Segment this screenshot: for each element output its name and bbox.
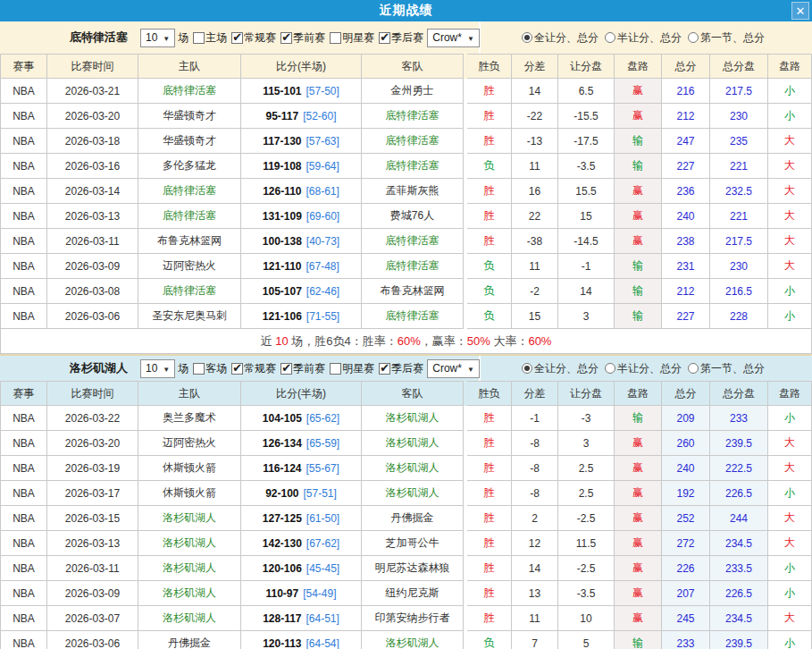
over-under-cell: 大 <box>768 606 812 631</box>
final-score: 95-117 <box>265 110 298 122</box>
games-count-select[interactable]: 10 <box>140 359 175 378</box>
table-row: NBA2026-03-13底特律活塞131-109[69-60]费城76人胜22… <box>0 204 812 229</box>
handicap-result-cell: 赢 <box>615 481 662 506</box>
filter-checkbox-label: 常规赛 <box>244 30 276 46</box>
score-cell: 104-105[65-62] <box>241 406 362 431</box>
column-header: 盘路 <box>768 54 812 79</box>
column-header: 胜负 <box>467 54 512 79</box>
halftime-score: [40-73] <box>306 235 339 248</box>
table-row: NBA2026-03-16多伦多猛龙119-108[59-64]底特律活塞负11… <box>0 154 812 179</box>
scope-radio[interactable] <box>522 32 532 43</box>
scope-radio-label: 半让分、总分 <box>617 30 682 46</box>
over-under-cell: 小 <box>768 304 812 329</box>
handicap-result-cell: 赢 <box>615 204 662 229</box>
filter-mode-select[interactable]: Crow* <box>427 29 480 47</box>
away-team-cell: 印第安纳步行者 <box>362 606 464 631</box>
filter-checkbox[interactable] <box>280 32 292 44</box>
scope-radio[interactable] <box>688 363 699 374</box>
column-header: 让分盘 <box>558 381 615 406</box>
team-name: 底特律活塞 <box>70 30 128 46</box>
handicap-line-cell: -2.5 <box>558 506 615 531</box>
filter-checkbox-label: 主场 <box>205 30 227 46</box>
date-cell: 2026-03-13 <box>47 531 138 556</box>
scope-radio[interactable] <box>688 32 699 43</box>
filter-checkbox[interactable] <box>231 32 243 44</box>
total-line-cell: 232.5 <box>710 179 768 204</box>
date-cell: 2026-03-07 <box>47 606 138 631</box>
scope-radio[interactable] <box>522 363 532 374</box>
league-cell: NBA <box>0 104 47 129</box>
table-row: NBA2026-03-09洛杉矶湖人110-97[54-49]纽约尼克斯胜13-… <box>0 581 812 606</box>
filter-checkbox[interactable] <box>330 32 341 44</box>
league-cell: NBA <box>0 456 47 481</box>
over-under-cell: 大 <box>768 254 812 279</box>
final-score: 92-100 <box>265 487 298 500</box>
total-points-cell: 226 <box>662 556 710 581</box>
filter-checkbox[interactable] <box>379 363 390 375</box>
handicap-result-cell: 赢 <box>615 556 662 581</box>
league-cell: NBA <box>0 154 47 179</box>
total-points-cell: 207 <box>662 581 710 606</box>
total-points-cell: 240 <box>662 456 710 481</box>
halftime-score: [67-48] <box>306 260 339 273</box>
scope-radio[interactable] <box>605 32 615 43</box>
scope-radio[interactable] <box>605 363 615 374</box>
filter-mode-select[interactable]: Crow* <box>427 359 480 378</box>
league-cell: NBA <box>0 204 47 229</box>
total-points-cell: 240 <box>662 204 710 229</box>
point-diff-cell: 13 <box>512 581 558 606</box>
close-button[interactable] <box>791 2 809 20</box>
games-count-select[interactable]: 10 <box>140 29 175 47</box>
point-diff-cell: 2 <box>512 506 558 531</box>
filter-checkbox-label: 季后赛 <box>391 361 423 376</box>
final-score: 104-105 <box>263 412 302 425</box>
home-team-cell: 休斯顿火箭 <box>138 481 241 506</box>
column-header: 比赛时间 <box>47 381 138 406</box>
final-score: 120-106 <box>263 562 302 575</box>
result-cell: 胜 <box>467 431 512 456</box>
filter-checkbox[interactable] <box>231 363 243 375</box>
total-line-cell: 244 <box>710 506 768 531</box>
column-header: 盘路 <box>615 381 662 406</box>
home-team-cell: 底特律活塞 <box>138 204 241 229</box>
total-points-cell: 209 <box>662 406 710 431</box>
filter-checkbox[interactable] <box>193 363 205 375</box>
league-cell: NBA <box>0 531 47 556</box>
filter-checkbox[interactable] <box>330 363 341 375</box>
scope-radio-group: 全让分、总分半让分、总分第一节、总分 <box>481 356 812 381</box>
league-cell: NBA <box>0 406 47 431</box>
away-team-cell: 底特律活塞 <box>362 154 464 179</box>
halftime-score: [67-62] <box>306 537 339 550</box>
halftime-score: [57-51] <box>304 487 337 500</box>
games-suffix-label: 场 <box>178 361 188 376</box>
over-under-cell: 大 <box>768 431 812 456</box>
halftime-score: [62-46] <box>306 285 339 298</box>
total-points-cell: 245 <box>662 606 710 631</box>
total-points-cell: 238 <box>662 229 710 254</box>
column-header: 总分盘 <box>710 54 768 79</box>
away-team-cell: 布鲁克林篮网 <box>362 279 464 304</box>
point-diff-cell: 7 <box>512 631 558 649</box>
handicap-line-cell: 2.5 <box>558 481 615 506</box>
dialog-title: 近期战绩 <box>380 3 433 19</box>
total-points-cell: 212 <box>662 104 710 129</box>
total-points-cell: 260 <box>662 431 710 456</box>
away-team-cell: 纽约尼克斯 <box>362 581 464 606</box>
point-diff-cell: -8 <box>512 456 558 481</box>
filter-checkbox-group: 主场常规赛季前赛明星赛季后赛 <box>188 30 423 46</box>
league-cell: NBA <box>0 481 47 506</box>
total-line-cell: 234.5 <box>710 531 768 556</box>
filter-checkbox[interactable] <box>379 32 390 44</box>
halftime-score: [57-50] <box>306 85 339 97</box>
result-cell: 胜 <box>467 129 512 154</box>
total-line-cell: 222.5 <box>710 456 768 481</box>
filter-checkbox[interactable] <box>280 363 292 375</box>
column-header: 让分盘 <box>558 54 615 79</box>
table-row: NBA2026-03-19休斯顿火箭116-124[55-67]洛杉矶湖人胜-8… <box>0 456 812 481</box>
point-diff-cell: -13 <box>512 129 558 154</box>
table-row: NBA2026-03-17休斯顿火箭92-100[57-51]洛杉矶湖人胜-82… <box>0 481 812 506</box>
filter-checkbox-label: 明星赛 <box>342 30 374 46</box>
over-under-cell: 小 <box>768 631 812 649</box>
score-cell: 116-124[55-67] <box>241 456 362 481</box>
filter-checkbox[interactable] <box>193 32 205 44</box>
